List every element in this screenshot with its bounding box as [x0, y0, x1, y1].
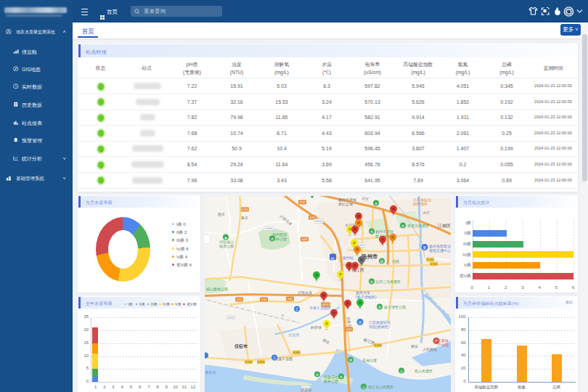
svg-text:焦山风景区: 焦山风景区 [415, 368, 433, 372]
svg-text:横安: 横安 [411, 343, 418, 348]
svg-text:站: 站 [331, 256, 335, 260]
svg-text:运河三湾风景区: 运河三湾风景区 [375, 279, 401, 284]
svg-text:S356: S356 [293, 351, 301, 354]
svg-text:X004: X004 [315, 219, 322, 223]
svg-text:山: 山 [400, 369, 404, 372]
svg-text:瓜洲古渡: 瓜洲古渡 [362, 357, 377, 362]
svg-text:朴席镇: 朴席镇 [310, 324, 322, 329]
svg-text:捺山森林公园: 捺山森林公园 [205, 286, 228, 291]
svg-text:木: 木 [378, 305, 382, 309]
svg-text:山: 山 [362, 385, 366, 388]
svg-text:★: ★ [375, 201, 377, 205]
svg-text:世业镇: 世业镇 [300, 387, 311, 391]
svg-text:梦幻之城: 梦幻之城 [338, 201, 353, 206]
svg-text:S243: S243 [427, 258, 434, 261]
svg-text:S353: S353 [242, 208, 249, 211]
svg-text:扬子津野公园: 扬子津野公园 [384, 304, 406, 309]
svg-text:森林公园: 森林公园 [324, 378, 338, 383]
svg-text:朱庄: 朱庄 [241, 215, 248, 219]
svg-text:学院(新校区): 学院(新校区) [369, 324, 390, 329]
svg-text:闲管理所: 闲管理所 [413, 201, 428, 206]
svg-text:S243: S243 [375, 343, 382, 347]
svg-text:木: 木 [340, 375, 343, 378]
svg-text:仪征市: 仪征市 [234, 343, 248, 348]
svg-text:木: 木 [370, 229, 374, 233]
svg-text:华侨工业园区: 华侨工业园区 [309, 305, 331, 310]
svg-text:产业园: 产业园 [438, 342, 449, 347]
svg-text:沪陕高速: 沪陕高速 [298, 290, 312, 295]
svg-text:S28: S28 [300, 200, 306, 204]
svg-text:何园: 何园 [392, 258, 399, 264]
svg-text:枢纽交通中心: 枢纽交通中心 [429, 248, 451, 252]
svg-text:S49: S49 [302, 237, 308, 241]
svg-text:X306: X306 [265, 226, 272, 230]
svg-text:木: 木 [271, 237, 274, 240]
svg-text:S353: S353 [258, 360, 265, 364]
svg-text:人民路站: 人民路站 [422, 346, 437, 351]
svg-text:木: 木 [401, 224, 405, 227]
svg-text:木: 木 [316, 372, 319, 376]
svg-text:G40: G40 [287, 297, 294, 301]
svg-text:木: 木 [370, 279, 374, 283]
svg-text:G40: G40 [261, 298, 268, 301]
svg-text:工: 工 [273, 356, 277, 360]
svg-text:X002: X002 [227, 316, 234, 319]
svg-text:S353: S353 [245, 360, 253, 364]
svg-text:大玗: 大玗 [422, 210, 430, 214]
svg-text:(扬子津校区): (扬子津校区) [356, 294, 377, 299]
svg-text:渡: 渡 [349, 358, 353, 362]
svg-text:地质公园: 地质公园 [219, 243, 234, 248]
svg-text:江都区: 江都区 [438, 222, 451, 228]
svg-text:S49: S49 [346, 327, 352, 331]
svg-text:古运河: 古运河 [288, 332, 299, 337]
svg-text:G40: G40 [237, 298, 243, 301]
svg-text:学: 学 [359, 320, 362, 324]
svg-text:园: 园 [380, 259, 384, 263]
svg-text:西庄: 西庄 [218, 211, 225, 216]
svg-text:⛰: ⛰ [224, 235, 227, 239]
svg-text:镇江金山风景区: 镇江金山风景区 [368, 384, 393, 389]
svg-text:扬州站: 扬州站 [343, 255, 354, 260]
svg-text:茱萸湾风景区: 茱萸湾风景区 [407, 223, 429, 228]
svg-text:S243: S243 [430, 262, 438, 266]
svg-text:工: 工 [295, 307, 299, 311]
svg-text:客: 客 [423, 245, 427, 250]
svg-text:胥家河: 胥家河 [205, 369, 216, 375]
svg-text:产: 产 [435, 339, 438, 343]
